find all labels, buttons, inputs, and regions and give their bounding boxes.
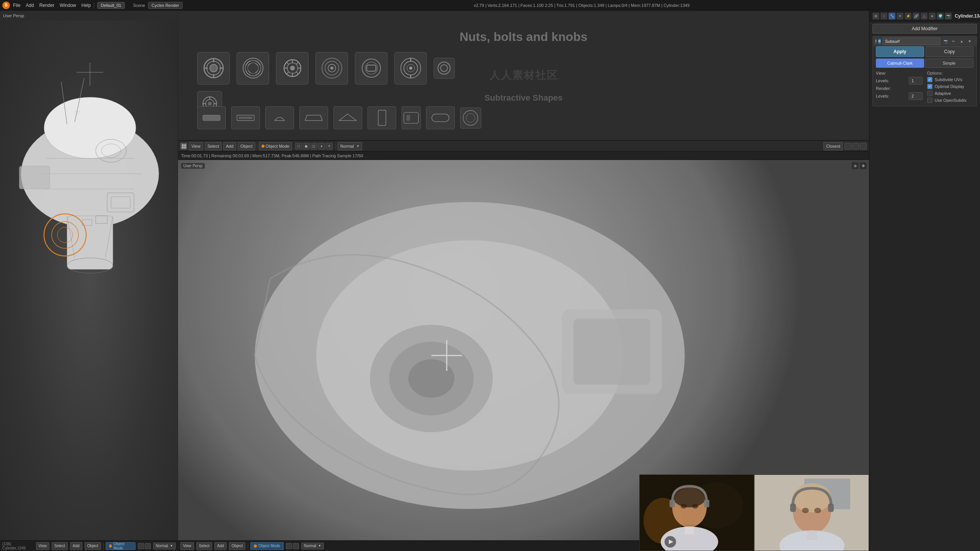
bottom-r-normal-btn[interactable]: Normal ▼ xyxy=(301,543,324,549)
asset-icon-small[interactable] xyxy=(434,58,455,79)
asset-shape-6[interactable] xyxy=(368,106,396,129)
view-menu-btn[interactable]: View xyxy=(189,142,203,150)
proportional-icon[interactable] xyxy=(852,143,859,150)
object-mode-btn[interactable]: Object Mode xyxy=(259,142,292,150)
mod-name-input[interactable] xyxy=(882,37,941,45)
render-engine[interactable]: Cycles Render xyxy=(148,2,183,9)
asset-shape-3[interactable] xyxy=(265,106,294,129)
pan-btn[interactable]: ✥ xyxy=(860,162,867,169)
asset-icon-4[interactable] xyxy=(315,52,348,85)
render-settings-icon[interactable]: 📷 xyxy=(945,13,952,20)
rendered-btn[interactable]: ☀ xyxy=(326,143,333,150)
data-icon[interactable]: △ xyxy=(921,13,928,20)
select-menu-btn[interactable]: Select xyxy=(205,142,222,150)
world-icon[interactable]: 🌍 xyxy=(937,13,944,20)
menu-add[interactable]: Add xyxy=(26,3,34,8)
add-menu-btn[interactable]: Add xyxy=(223,142,236,150)
bottom-r-view-btn[interactable]: View xyxy=(180,542,194,550)
asset-icon-3[interactable] xyxy=(276,52,309,85)
bottom-r-wire-icon[interactable] xyxy=(286,543,292,549)
bottom-r-select-btn[interactable]: Select xyxy=(196,542,212,550)
catmull-clark-tab[interactable]: Catmull-Clark xyxy=(876,59,924,68)
bottom-object-btn[interactable]: Object xyxy=(85,542,101,550)
main-area: User Persp xyxy=(0,11,980,551)
bottom-wire-icon[interactable] xyxy=(138,543,144,549)
bottom-r-shading-icons xyxy=(286,543,299,549)
subdivide-uvs-checkbox[interactable]: ✓ xyxy=(927,77,933,82)
workspace-selector[interactable]: Default_01 xyxy=(97,2,124,9)
apply-button[interactable]: Apply xyxy=(876,46,924,57)
snap-icon[interactable] xyxy=(844,143,851,150)
right-toolbar-icons xyxy=(844,143,867,150)
menu-file[interactable]: File xyxy=(13,3,20,8)
svg-point-115 xyxy=(814,508,821,513)
bottom-r-add-btn[interactable]: Add xyxy=(214,542,227,550)
optimal-display-label: Optimal Display xyxy=(935,84,964,89)
use-opensubdiv-row: Use OpenSubdiv xyxy=(927,98,974,103)
bottom-solid-icon[interactable] xyxy=(145,543,151,549)
use-opensubdiv-checkbox[interactable] xyxy=(927,98,933,103)
wireframe-btn[interactable]: ⬡ xyxy=(295,143,302,150)
menu-window[interactable]: Window xyxy=(60,3,76,8)
mod-delete-icon[interactable]: ✕ xyxy=(974,38,977,45)
modifier-icon[interactable]: 🔧 xyxy=(889,13,895,20)
asset-icon-6[interactable] xyxy=(394,52,427,85)
bottom-r-object-btn[interactable]: Object xyxy=(229,542,245,550)
zoom-btn[interactable]: ⊕ xyxy=(852,162,859,169)
render-levels-value[interactable]: 2 xyxy=(909,92,923,100)
asset-icon-5[interactable] xyxy=(355,52,387,85)
bottom-add-btn[interactable]: Add xyxy=(70,542,82,550)
mod-down-icon[interactable]: ▼ xyxy=(966,38,973,45)
top-menu[interactable]: File Add Render Window Help xyxy=(13,3,91,8)
asset-shape-8[interactable] xyxy=(426,106,455,129)
material-btn[interactable]: ● xyxy=(318,143,325,150)
mod-edit-icon[interactable]: ✏ xyxy=(950,38,957,45)
add-modifier-btn[interactable]: Add Modifier xyxy=(872,24,977,34)
pivot-btn[interactable]: Closest xyxy=(823,142,843,150)
asset-icon-2[interactable] xyxy=(237,52,269,85)
menu-render[interactable]: Render xyxy=(39,3,54,8)
adaptive-checkbox[interactable] xyxy=(927,91,933,96)
render-icon[interactable] xyxy=(860,143,867,150)
bottom-normal-btn[interactable]: Normal ▼ xyxy=(153,543,176,549)
mod-expand-icon[interactable]: ▾ xyxy=(875,39,877,44)
bottom-r-mode-btn[interactable]: Object Mode xyxy=(250,542,284,550)
asset-shape-7[interactable] xyxy=(402,106,421,129)
render-viewport[interactable]: View Select Add Object Object Mode ⬡ ◼ ◫… xyxy=(178,141,869,551)
asset-shape-4[interactable] xyxy=(299,106,328,129)
object-props-icon[interactable]: ○ xyxy=(880,13,887,20)
mode-dot-icon xyxy=(261,145,265,148)
asset-shape-5[interactable] xyxy=(333,106,362,129)
material-icon[interactable]: ● xyxy=(929,13,936,20)
asset-shape-9[interactable] xyxy=(460,108,481,129)
bottom-select-btn[interactable]: Select xyxy=(52,542,68,550)
bottom-view-btn[interactable]: View xyxy=(36,542,50,550)
asset-shape-1[interactable] xyxy=(197,106,226,129)
view-label: View: xyxy=(876,71,906,75)
bottom-object-mode-btn[interactable]: Object Mode xyxy=(106,542,135,550)
view-layer-icon[interactable]: ⊞ xyxy=(872,13,879,20)
texture-btn[interactable]: ◫ xyxy=(310,143,317,150)
particles-icon[interactable]: ✦ xyxy=(897,13,903,20)
simple-tab[interactable]: Simple xyxy=(925,59,974,68)
svg-line-45 xyxy=(296,72,299,74)
normal-shading-btn[interactable]: Normal ▼ xyxy=(338,142,362,150)
mod-render-icon[interactable]: 📷 xyxy=(942,38,949,45)
copy-button[interactable]: Copy xyxy=(926,46,974,57)
object-menu-btn[interactable]: Object xyxy=(238,142,255,150)
left-viewport[interactable]: User Persp xyxy=(0,11,178,540)
optimal-display-checkbox[interactable]: ✓ xyxy=(927,84,933,89)
viewport-type-icon[interactable] xyxy=(180,143,187,150)
asset-shape-2[interactable] xyxy=(231,106,260,129)
asset-icon-1[interactable] xyxy=(197,52,230,85)
constraints-icon[interactable]: 🔗 xyxy=(913,13,920,20)
mod-up-icon[interactable]: ▲ xyxy=(958,38,965,45)
menu-help[interactable]: Help xyxy=(82,3,91,8)
options-section: View: Levels: 1 Render: Levels: xyxy=(873,69,977,106)
shading-buttons: ⬡ ◼ ◫ ● ☀ xyxy=(295,143,333,150)
modifier-panel: ⊞ ○ 🔧 ✦ ⚡ 🔗 △ ● 🌍 📷 Cylinder.1349 ✕ Add … xyxy=(869,11,980,551)
physics-icon[interactable]: ⚡ xyxy=(905,13,911,20)
solid-btn[interactable]: ◼ xyxy=(303,143,310,150)
view-levels-value[interactable]: 1 xyxy=(909,77,923,85)
bottom-r-solid-icon[interactable] xyxy=(293,543,299,549)
